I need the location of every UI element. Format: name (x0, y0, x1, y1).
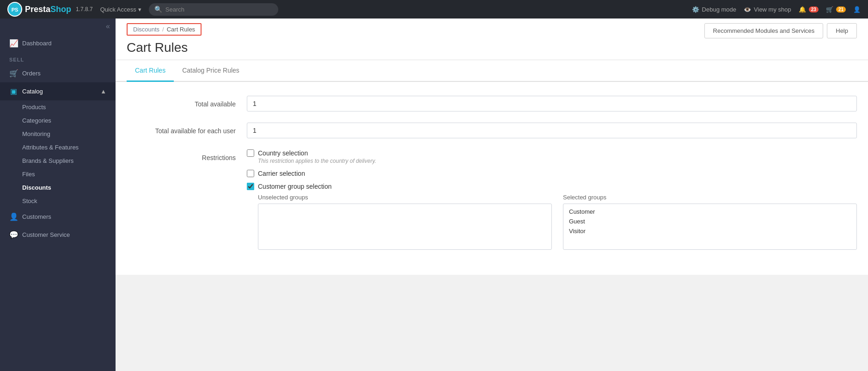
carrier-selection-label[interactable]: Carrier selection (258, 170, 305, 177)
notif-badge-2: 21 (836, 6, 846, 12)
list-item[interactable]: Customer (566, 207, 854, 216)
chevron-down-icon: ▾ (138, 6, 141, 13)
country-selection-label[interactable]: Country selection (258, 149, 308, 157)
sidebar-item-categories[interactable]: Categories (22, 114, 116, 127)
svg-text:PS: PS (12, 7, 18, 12)
catalog-icon: ▣ (9, 87, 18, 96)
layout: « 📈 Dashboard SELL 🛒 Orders ▣ Catalog ▲ … (0, 19, 868, 371)
topbar-right: ⚙️ Debug mode 👁️ View my shop 🔔 23 🛒 21 … (692, 6, 861, 13)
sidebar-item-attributes[interactable]: Attributes & Features (22, 141, 116, 154)
sidebar-catalog-label: Catalog (22, 88, 43, 95)
sidebar-item-monitoring[interactable]: Monitoring (22, 127, 116, 141)
breadcrumb-wrap: Discounts / Cart Rules Cart Rules (127, 23, 202, 55)
products-label: Products (22, 104, 46, 111)
customer-group-selection-label[interactable]: Customer group selection (258, 183, 332, 190)
customers-icon: 👤 (9, 212, 18, 221)
attributes-label: Attributes & Features (22, 144, 79, 151)
carrier-selection-row: Carrier selection (247, 170, 857, 177)
country-selection-checkbox[interactable] (247, 149, 254, 157)
dashboard-icon: 📈 (9, 39, 18, 48)
sidebar-item-dashboard[interactable]: 📈 Dashboard (0, 34, 116, 52)
topbar: PS PrestaShop 1.7.8.7 Quick Access ▾ 🔍 ⚙… (0, 0, 868, 19)
help-button[interactable]: Help (827, 23, 857, 38)
customer-group-selection-checkbox[interactable] (247, 183, 254, 190)
restrictions-control: Country selection This restriction appli… (247, 149, 857, 250)
sidebar-item-brands[interactable]: Brands & Suppliers (22, 154, 116, 167)
total-per-user-row: Total available for each user (127, 123, 857, 138)
restrictions-label: Restrictions (127, 149, 247, 161)
list-item[interactable]: Visitor (566, 226, 854, 236)
user-menu-button[interactable]: 👤 (853, 6, 861, 13)
cart-notifications-button[interactable]: 🛒 21 (826, 6, 846, 13)
tabs-bar: Cart Rules Catalog Price Rules (116, 60, 868, 82)
total-available-input[interactable] (247, 96, 857, 111)
logo-text: PrestaShop (25, 5, 71, 14)
sidebar-item-stock[interactable]: Stock (22, 194, 116, 208)
main-content: Discounts / Cart Rules Cart Rules Recomm… (116, 19, 868, 371)
customer-group-selection-row: Customer group selection (247, 183, 857, 190)
cart-icon: 🛒 (826, 6, 833, 13)
groups-row: Unselected groups Selected groups Custom… (258, 194, 857, 250)
orders-icon: 🛒 (9, 69, 18, 78)
carrier-selection-checkbox[interactable] (247, 170, 254, 177)
total-per-user-label: Total available for each user (127, 123, 247, 135)
form-area: Total available Total available for each… (116, 82, 868, 275)
sidebar-item-discounts[interactable]: Discounts (22, 181, 116, 194)
tab-catalog-price-rules-label: Catalog Price Rules (182, 67, 239, 74)
breadcrumb-separator: / (162, 26, 164, 33)
sidebar-collapse-button[interactable]: « (0, 19, 116, 34)
tab-catalog-price-rules[interactable]: Catalog Price Rules (174, 60, 248, 82)
sidebar-dashboard-label: Dashboard (22, 40, 52, 47)
customer-group-selection-group: Customer group selection Unselected grou… (247, 183, 857, 250)
notif-badge-1: 23 (809, 6, 819, 12)
discounts-label: Discounts (22, 184, 51, 191)
notifications-button[interactable]: 🔔 23 (799, 6, 819, 13)
restrictions-row: Restrictions Country selection This rest… (127, 149, 857, 250)
total-available-label: Total available (127, 96, 247, 108)
unselected-groups-listbox[interactable] (258, 204, 552, 250)
selected-groups-listbox[interactable]: Customer Guest Visitor (563, 204, 857, 250)
tab-cart-rules-label: Cart Rules (135, 67, 165, 74)
breadcrumb-parent-link[interactable]: Discounts (133, 26, 159, 33)
debug-mode-label: Debug mode (702, 6, 736, 13)
version-label: 1.7.8.7 (76, 6, 93, 12)
country-selection-group: Country selection This restriction appli… (247, 149, 857, 164)
restrictions-group: Country selection This restriction appli… (247, 149, 857, 250)
total-available-row: Total available (127, 96, 857, 111)
eye-icon: 👁️ (744, 6, 751, 13)
sidebar-item-products[interactable]: Products (22, 100, 116, 114)
country-selection-row: Country selection (247, 149, 857, 157)
view-my-shop-label: View my shop (754, 6, 791, 13)
files-label: Files (22, 171, 35, 178)
debug-mode-button[interactable]: ⚙️ Debug mode (692, 6, 736, 13)
sidebar-item-customers[interactable]: 👤 Customers (0, 208, 116, 226)
quick-access-button[interactable]: Quick Access ▾ (100, 6, 141, 13)
brands-label: Brands & Suppliers (22, 157, 73, 164)
recommended-modules-button[interactable]: Recommended Modules and Services (704, 23, 824, 38)
sidebar-item-customer-service[interactable]: 💬 Customer Service (0, 226, 116, 244)
sell-section-label: SELL (0, 52, 116, 64)
tab-cart-rules[interactable]: Cart Rules (127, 60, 174, 82)
breadcrumb: Discounts / Cart Rules (127, 23, 202, 36)
view-my-shop-button[interactable]: 👁️ View my shop (744, 6, 791, 13)
monitoring-label: Monitoring (22, 130, 50, 137)
bell-icon: 🔔 (799, 6, 806, 13)
catalog-submenu: Products Categories Monitoring Attribute… (0, 100, 116, 208)
breadcrumb-current: Cart Rules (167, 26, 195, 33)
user-icon: 👤 (853, 6, 861, 13)
sidebar-orders-label: Orders (22, 70, 41, 77)
sidebar-item-catalog[interactable]: ▣ Catalog ▲ (0, 82, 116, 100)
unselected-groups-label: Unselected groups (258, 194, 552, 201)
list-item[interactable]: Guest (566, 216, 854, 226)
sidebar: « 📈 Dashboard SELL 🛒 Orders ▣ Catalog ▲ … (0, 19, 116, 371)
sidebar-customers-label: Customers (22, 213, 51, 220)
collapse-icon: « (106, 22, 110, 31)
search-input[interactable] (149, 3, 278, 16)
logo: PS PrestaShop 1.7.8.7 (7, 2, 93, 17)
sidebar-customer-service-label: Customer Service (22, 231, 70, 238)
logo-presta: Presta (25, 5, 50, 14)
sidebar-item-files[interactable]: Files (22, 167, 116, 181)
selected-groups-label: Selected groups (563, 194, 857, 201)
sidebar-item-orders[interactable]: 🛒 Orders (0, 64, 116, 82)
total-per-user-input[interactable] (247, 123, 857, 138)
